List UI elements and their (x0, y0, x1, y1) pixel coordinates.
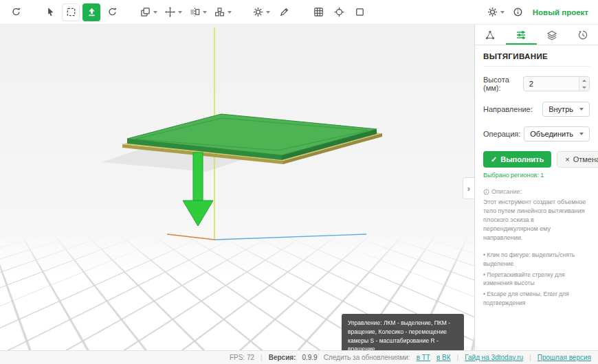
chevron-down-icon (203, 11, 207, 14)
z-axis-line (214, 234, 366, 240)
direction-label: Направление: (483, 105, 533, 113)
operation-label: Операция: (483, 130, 520, 138)
reset-view-button[interactable] (7, 3, 25, 21)
3d-viewport[interactable]: Управление: ЛКМ - выделение, ПКМ - враще… (0, 25, 474, 350)
focus-camera-button[interactable] (330, 3, 348, 21)
main-area: Управление: ЛКМ - выделение, ПКМ - враще… (0, 25, 598, 350)
tab-history[interactable] (567, 25, 598, 45)
move-icon (164, 6, 176, 18)
version-value: 0.9.9 (302, 354, 317, 361)
vk-link[interactable]: в ВК (436, 354, 451, 361)
cancel-label: Отмена (573, 155, 598, 163)
select-tool-button[interactable] (41, 3, 59, 21)
description-header: Описание: (483, 188, 590, 195)
selection-box-icon (65, 6, 77, 18)
duplicate-tool-button[interactable] (137, 3, 159, 21)
cancel-button[interactable]: × Отмена (557, 151, 598, 168)
history-icon (577, 30, 588, 41)
frame-icon (354, 6, 366, 18)
separator: | (261, 354, 263, 361)
tab-scene-tree[interactable] (475, 25, 506, 45)
chevron-down-icon (579, 133, 584, 135)
chevron-down-icon (582, 87, 586, 89)
scene-tree-icon (485, 30, 496, 41)
operation-value: Объединить (530, 130, 573, 138)
operation-row: Операция: Объединить (483, 126, 590, 141)
panel-title: ВЫТЯГИВАНИЕ (483, 52, 590, 67)
extrude-panel: ВЫТЯГИВАНИЕ Высота (мм): Направление: (475, 45, 598, 317)
frame-view-button[interactable] (351, 3, 368, 21)
mirror-icon (189, 6, 201, 18)
tt-link[interactable]: в TT (417, 354, 430, 361)
chevron-down-icon (266, 11, 270, 14)
previous-version-link[interactable]: Прошлая версия (538, 354, 591, 361)
guide-link[interactable]: Гайд на 3dtoday.ru (465, 354, 523, 361)
sliders-icon (516, 30, 527, 41)
new-project-link[interactable]: Новый проект (533, 8, 588, 16)
operation-select[interactable]: Объединить (524, 126, 590, 141)
mirror-tool-button[interactable] (187, 3, 209, 21)
info-icon (512, 6, 524, 18)
chevron-down-icon (178, 11, 182, 14)
height-input-wrap (523, 76, 590, 91)
check-icon: ✓ (491, 155, 497, 164)
chevron-down-icon (228, 11, 232, 14)
chevron-up-icon (582, 80, 586, 82)
apply-label: Выполнить (500, 155, 544, 163)
grid-toggle-button[interactable] (309, 3, 327, 21)
hint-item: • Перетаскивайте стрелку для изменения в… (483, 271, 590, 288)
extrude-arrow-icon (86, 6, 98, 18)
chevron-down-icon (153, 11, 157, 14)
crosshair-icon (333, 6, 345, 18)
status-bar: FPS: 72 | Версия: 0.9.9 Следить за обнов… (0, 350, 598, 364)
selected-regions-status: Выбрано регионов: 1 (483, 172, 590, 179)
right-sidebar: ВЫТЯГИВАНИЕ Высота (мм): Направление: (474, 25, 598, 350)
refresh-icon (107, 6, 118, 18)
rebuild-tool-button[interactable] (103, 3, 121, 21)
gear-icon (252, 6, 264, 18)
draw-tool-button[interactable] (275, 3, 293, 21)
separator: | (529, 354, 531, 361)
box-select-tool-button[interactable] (62, 3, 80, 21)
sidebar-tabs (475, 25, 598, 45)
direction-select[interactable]: Внутрь (542, 102, 590, 117)
move-tool-button[interactable] (162, 3, 184, 21)
version-label: Версия: (269, 354, 296, 361)
duplicate-icon (140, 6, 151, 18)
action-buttons: ✓ Выполнить × Отмена (483, 151, 590, 168)
settings-tool-button[interactable] (250, 3, 272, 21)
follow-label: Следить за обновлениями: (324, 354, 410, 361)
height-label: Высота (мм): (483, 76, 523, 92)
tab-tool-properties[interactable] (506, 25, 537, 45)
height-row: Высота (мм): (483, 76, 590, 92)
tab-layers[interactable] (537, 25, 568, 45)
app-window: Новый проект (0, 0, 598, 364)
close-icon: × (565, 155, 569, 163)
cursor-icon (45, 6, 56, 18)
pencil-icon (278, 6, 290, 18)
group-icon (214, 6, 225, 18)
spinner-up-button[interactable] (579, 77, 589, 84)
spinner-down-button[interactable] (579, 84, 589, 91)
3d-scene[interactable] (0, 25, 474, 350)
info-button[interactable] (509, 3, 527, 21)
hint-item: • Escape для отмены, Enter для подтвержд… (483, 290, 590, 307)
view-settings-button[interactable] (485, 3, 507, 21)
direction-row: Направление: Внутрь (483, 102, 590, 117)
refresh-icon (10, 6, 22, 18)
layers-icon (546, 30, 557, 41)
chevron-right-icon: › (467, 183, 470, 194)
group-tool-button[interactable] (212, 3, 234, 21)
chevron-down-icon (500, 11, 505, 14)
height-spinner (579, 77, 589, 91)
gear-icon (487, 6, 498, 18)
description-label: Описание: (491, 188, 522, 195)
x-axis-line (167, 234, 214, 240)
apply-button[interactable]: ✓ Выполнить (483, 151, 551, 168)
fps-counter: FPS: 72 (230, 354, 254, 361)
controls-tooltip: Управление: ЛКМ - выделение, ПКМ - враще… (342, 314, 464, 350)
collapse-panel-button[interactable]: › (463, 177, 474, 199)
separator: | (457, 354, 459, 361)
hint-item: • Клик по фигуре: выделить/снять выделен… (483, 251, 590, 268)
extrude-tool-button[interactable] (82, 3, 100, 21)
